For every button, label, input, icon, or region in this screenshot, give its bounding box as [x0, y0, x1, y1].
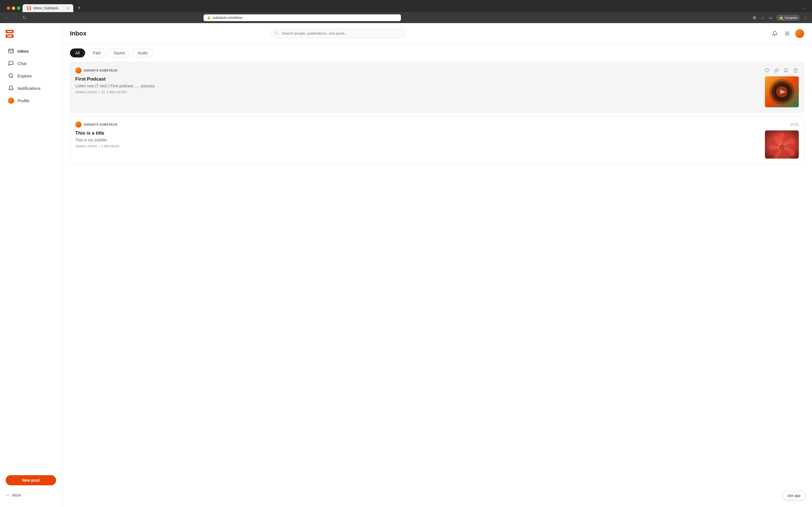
filter-tab-saved[interactable]: Saved	[108, 48, 130, 57]
post-title: First Podcast	[75, 76, 760, 82]
post-meta: SARAH JONAS • 1 MIN LISTEN	[75, 91, 760, 94]
post-content: First Podcast Listen now (7 sec) | First…	[75, 76, 760, 107]
post-thumbnail-podcast	[765, 76, 799, 107]
svg-rect-5	[7, 36, 12, 37]
filter-tab-paid[interactable]: Paid	[87, 48, 106, 57]
post-time: 14:31	[790, 122, 799, 126]
filter-tab-all[interactable]: All	[70, 48, 85, 57]
new-post-button[interactable]: New post	[6, 475, 56, 485]
svg-point-6	[9, 74, 13, 77]
incognito-label: Incognito	[784, 16, 797, 19]
svg-line-7	[12, 77, 13, 78]
post-read-time: 1 MIN LISTEN	[107, 91, 126, 94]
search-icon	[274, 31, 278, 35]
browser-tab-active[interactable]: Inbox | Substack ×	[22, 4, 73, 12]
address-bar-row: ← → ↻ 🔒 substack.com/inbox ⊗ ☆ ▭ 🕵 Incog…	[0, 12, 812, 23]
post-actions	[763, 67, 799, 75]
svg-marker-18	[780, 90, 786, 94]
svg-point-8	[275, 31, 278, 34]
search-bar	[271, 29, 407, 38]
svg-line-9	[277, 34, 278, 34]
new-tab-button[interactable]: +	[75, 4, 83, 12]
post-subtitle: Listen now (7 sec) | First podcast .....…	[75, 83, 760, 88]
link-button[interactable]	[773, 67, 780, 75]
post-body: First Podcast Listen now (7 sec) | First…	[75, 76, 799, 107]
post-card[interactable]: SARAH'S SUBSTACK	[70, 62, 804, 113]
sidebar-navigation: Inbox Chat Explore	[0, 45, 62, 471]
url-display: substack.com/inbox	[213, 16, 242, 20]
more-dots-icon: ···	[6, 492, 10, 498]
svg-rect-0	[28, 7, 31, 8]
podcast-artwork	[765, 76, 799, 107]
sidebar-item-label-explore: Explore	[17, 73, 32, 78]
forward-button[interactable]: →	[12, 14, 19, 21]
post-header: SARAH'S SUBSTACK 14:31	[75, 121, 799, 128]
sidebar-item-profile[interactable]: Profile	[2, 95, 59, 107]
publication-avatar	[75, 67, 82, 73]
svg-point-16	[774, 84, 790, 100]
page-title: Inbox	[70, 30, 87, 37]
menu-button[interactable]	[783, 29, 792, 38]
tab-favicon	[27, 6, 31, 10]
sidebar-logo[interactable]	[0, 27, 62, 45]
filter-tab-audio[interactable]: Audio	[132, 48, 153, 57]
sidebar-item-inbox[interactable]: Inbox	[2, 45, 59, 57]
post-body: This is a title This is my subtitle SARA…	[75, 130, 799, 159]
hamburger-icon	[784, 31, 790, 36]
more-button[interactable]: ··· More	[0, 488, 62, 503]
search-input[interactable]	[271, 29, 407, 38]
back-button[interactable]: ←	[3, 14, 10, 21]
filter-tabs: All Paid Saved Audio	[62, 44, 812, 62]
post-title: This is a title	[75, 130, 760, 136]
podcast-artwork-svg	[765, 76, 799, 107]
get-app-button[interactable]: Get app	[783, 491, 805, 500]
split-view-button[interactable]: ▭	[768, 14, 774, 21]
svg-rect-1	[28, 8, 31, 10]
topbar: Inbox	[62, 23, 812, 44]
bookmark-star-button[interactable]: ☆	[760, 14, 765, 21]
traffic-light-yellow[interactable]	[12, 6, 15, 10]
post-content: This is a title This is my subtitle SARA…	[75, 130, 760, 159]
sidebar-item-explore[interactable]: Explore	[2, 70, 59, 82]
svg-point-32	[779, 145, 784, 150]
profile-icon	[8, 98, 14, 104]
save-button[interactable]	[782, 67, 790, 75]
tab-strip-menu[interactable]: ⌄	[802, 6, 805, 10]
sidebar-item-label-chat: Chat	[17, 61, 27, 66]
post-author: SARAH JONAS	[75, 145, 97, 148]
sidebar-item-label-inbox: Inbox	[17, 49, 29, 54]
publication-name: SARAH'S SUBSTACK	[84, 123, 117, 126]
screen-record-button[interactable]: ⊗	[751, 14, 757, 21]
post-read-time: 1 MIN READ	[101, 145, 119, 148]
post-author: SARAH JONAS	[75, 91, 97, 94]
bell-button[interactable]	[770, 29, 779, 38]
traffic-light-green[interactable]	[17, 6, 20, 10]
browser-menu-button[interactable]: ⋮	[802, 14, 809, 21]
inbox-icon	[8, 48, 14, 54]
explore-icon	[8, 73, 14, 79]
post-subtitle: This is my subtitle	[75, 138, 760, 142]
posts-container: SARAH'S SUBSTACK	[62, 62, 812, 175]
bell-icon	[772, 31, 777, 36]
lock-icon: 🔒	[207, 16, 211, 19]
svg-point-17	[776, 86, 788, 98]
like-button[interactable]	[763, 67, 770, 75]
svg-point-14	[769, 79, 795, 105]
more-label: More	[12, 493, 21, 497]
sidebar: Inbox Chat Explore	[0, 23, 62, 507]
reload-button[interactable]: ↻	[21, 14, 28, 21]
traffic-light-red[interactable]	[7, 6, 10, 10]
post-meta: SARAH JONAS • 1 MIN READ	[75, 145, 760, 148]
address-bar[interactable]: 🔒 substack.com/inbox	[204, 14, 401, 21]
tab-close-button[interactable]: ×	[66, 6, 69, 10]
sidebar-item-notifications[interactable]: Notifications	[2, 82, 59, 94]
publication-name: SARAH'S SUBSTACK	[84, 69, 117, 72]
user-avatar[interactable]	[795, 29, 804, 38]
topbar-actions	[770, 29, 804, 38]
delete-button[interactable]	[792, 67, 799, 75]
post-card[interactable]: SARAH'S SUBSTACK 14:31 This is a title T…	[70, 116, 804, 164]
sidebar-item-chat[interactable]: Chat	[2, 57, 59, 69]
sidebar-item-label-notifications: Notifications	[17, 86, 41, 91]
chat-icon	[8, 60, 14, 66]
svg-rect-4	[7, 31, 12, 32]
